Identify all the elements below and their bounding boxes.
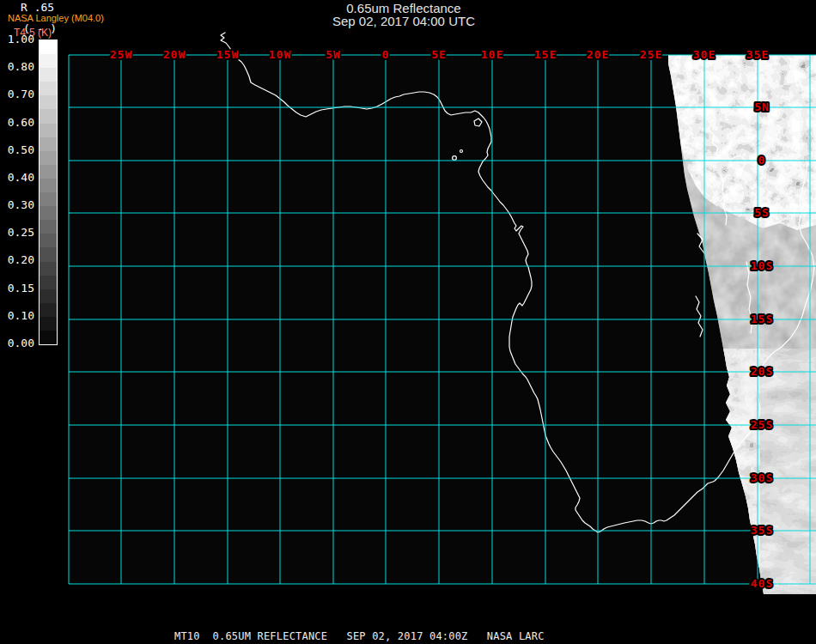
colorbar-step — [40, 331, 57, 344]
latitude-label: 40S — [751, 577, 773, 590]
footer-caption: MT10 0.65UM REFLECTANCE SEP 02, 2017 04:… — [174, 630, 545, 642]
colorbar-step — [40, 151, 57, 165]
colorbar-tick-label: 0.50 — [2, 143, 34, 157]
page-subtitle: Sep 02, 2017 04:00 UTC — [0, 15, 807, 27]
colorbar-step — [40, 303, 57, 317]
longitude-label: 15E — [534, 48, 557, 61]
colorbar-tick-label: 0.20 — [2, 253, 34, 267]
latitude-label: 20S — [751, 365, 773, 378]
latitude-label: 5S — [754, 206, 770, 219]
latitude-label: 35S — [751, 524, 773, 537]
page-title: 0.65um Reflectance — [0, 2, 807, 15]
colorbar-tick-label: 1.00 — [2, 33, 34, 46]
colorbar-step — [40, 192, 57, 206]
colorbar-step — [40, 220, 57, 234]
longitude-label: 25W — [110, 48, 132, 61]
colorbar-tick-label: 0.15 — [2, 282, 34, 295]
colorbar-step — [40, 137, 57, 151]
longitude-label: 5E — [431, 48, 447, 61]
latitude-label: 30S — [751, 471, 773, 484]
map-canvas: 25W20W15W10W5W05E10E15E20E25E30E35E5N05S… — [0, 0, 816, 644]
latitude-label: 10S — [751, 259, 773, 272]
latitude-label: 25S — [751, 418, 773, 431]
longitude-label: 10W — [269, 48, 291, 61]
colorbar-step — [40, 179, 57, 192]
title-block: 0.65um Reflectance Sep 02, 2017 04:00 UT… — [0, 2, 807, 27]
longitude-label: 25E — [640, 48, 662, 61]
colorbar-step — [40, 262, 57, 276]
colorbar-step — [40, 109, 57, 123]
colorbar-step — [40, 247, 57, 261]
satellite-product-viewer: 25W20W15W10W5W05E10E15E20E25E30E35E5N05S… — [0, 0, 816, 644]
colorbar-tick-label: 0.80 — [2, 60, 34, 74]
colorbar-step — [40, 124, 57, 137]
colorbar-step — [40, 234, 57, 247]
colorbar-tick-label: 0.10 — [2, 309, 34, 323]
data-source-label: NASA Langley (M04.0) — [8, 13, 104, 23]
longitude-label: 0 — [382, 48, 390, 61]
colorbar-tick-label: 0.60 — [2, 116, 34, 130]
colorbar: R .65 ( - ) NASA Langley (M04.0) T4-5 (K… — [0, 0, 69, 361]
colorbar-step — [40, 68, 57, 82]
colorbar-step — [40, 289, 57, 303]
longitude-label: 15W — [216, 48, 239, 61]
colorbar-tick-label: 0.70 — [2, 88, 34, 101]
colorbar-tick-label: 0.40 — [2, 171, 34, 185]
latitude-label: 5N — [754, 100, 770, 113]
longitude-label: 35E — [746, 48, 769, 61]
longitude-label: 10E — [481, 48, 503, 61]
colorbar-step — [40, 82, 57, 95]
colorbar-step — [40, 54, 57, 68]
colorbar-gradient — [39, 39, 58, 345]
longitude-label: 20W — [163, 48, 186, 61]
longitude-label: 5W — [326, 48, 341, 61]
colorbar-tick-label: 0.00 — [2, 337, 34, 350]
latitude-label: 0 — [758, 154, 766, 167]
colorbar-tick-label: 0.25 — [2, 226, 34, 240]
colorbar-step — [40, 95, 57, 109]
colorbar-product-label: R .65 — [21, 1, 54, 14]
longitude-label: 30E — [693, 48, 716, 61]
colorbar-step — [40, 206, 57, 220]
longitude-label: 20E — [587, 48, 609, 61]
latitude-label: 15S — [751, 313, 773, 325]
colorbar-step — [40, 276, 57, 289]
colorbar-step — [40, 40, 57, 54]
colorbar-step — [40, 317, 57, 331]
colorbar-step — [40, 165, 57, 179]
colorbar-tick-label: 0.30 — [2, 198, 34, 212]
